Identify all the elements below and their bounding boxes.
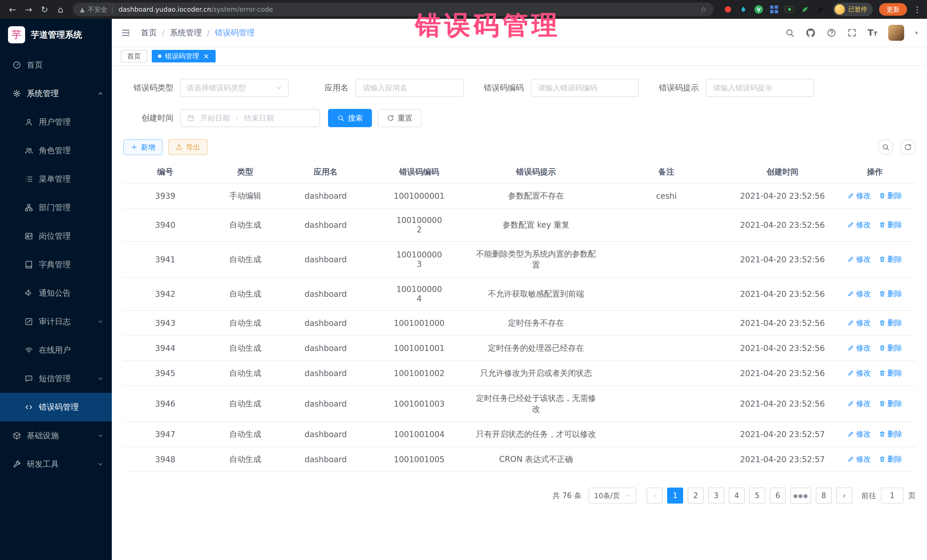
delete-link[interactable]: 删除 [879,368,902,378]
switch-extension-icon[interactable] [784,4,795,15]
goto-page-input[interactable] [881,487,904,504]
edit-link[interactable]: 修改 [847,220,871,230]
help-icon[interactable] [827,28,836,38]
delete-link[interactable]: 删除 [879,220,902,230]
bookmark-star-icon[interactable]: ☆ [700,5,707,14]
home-icon[interactable]: ⌂ [54,3,67,16]
column-header-app: 应用名 [283,161,368,183]
delete-link[interactable]: 删除 [879,191,902,201]
tree-icon [24,203,33,212]
sidebar-item-menu[interactable]: 菜单管理 [0,165,112,193]
page-size-select[interactable]: 10条/页 [588,487,636,504]
page-8-button[interactable]: 8 [816,487,832,504]
sidebar-item-error-code[interactable]: 错误码管理 [0,393,112,422]
delete-link[interactable]: 删除 [879,318,902,328]
table-row: 3940自动生成dashboard100100000 2参数配置 key 重复2… [123,208,916,241]
refresh-table-button[interactable] [900,140,916,155]
sidebar-item-sms[interactable]: 短信管理 [0,364,112,393]
edit-link[interactable]: 修改 [847,454,871,464]
vpn-extension-icon[interactable]: V [754,4,764,15]
page-more-button[interactable]: ●●● [790,487,811,504]
sidebar-item-devtool[interactable]: 研发工具 [0,450,112,478]
sidebar-item-role[interactable]: 角色管理 [0,136,112,165]
record-extension-icon[interactable] [723,4,733,15]
delete-link[interactable]: 删除 [879,343,902,353]
cell-time: 2021-04-20 23:52:56 [731,311,834,335]
page-5-button[interactable]: 5 [749,487,765,504]
avatar-caret-icon[interactable]: ▾ [915,29,918,36]
edit-link[interactable]: 修改 [847,368,871,378]
search-button[interactable]: 搜索 [328,109,372,127]
cell-type: 自动生成 [207,311,283,335]
url-domain: dashboard.yudao.iocoder.cn [119,6,211,13]
grid-extension-icon[interactable] [769,4,779,15]
edit-link[interactable]: 修改 [847,318,871,328]
logo[interactable]: 芋 芋道管理系统 [0,19,112,51]
github-icon[interactable] [805,28,816,38]
user-avatar[interactable] [888,25,904,41]
edit-link[interactable]: 修改 [847,399,871,408]
page-3-button[interactable]: 3 [708,487,724,504]
error-hint-input[interactable] [706,79,814,97]
delete-link[interactable]: 删除 [879,399,902,408]
toggle-search-button[interactable] [878,140,894,155]
error-code-input[interactable] [530,79,639,97]
sidebar-item-online-user[interactable]: 在线用户 [0,336,112,364]
sidebar-item-user[interactable]: 用户管理 [0,108,112,136]
cell-hint: 定时任务已经处于该状态，无需修改 [470,386,602,422]
delete-link[interactable]: 删除 [879,254,902,264]
app-name-input[interactable] [356,79,464,97]
delete-link[interactable]: 删除 [879,454,902,464]
edit-link[interactable]: 修改 [847,343,871,353]
page-4-button[interactable]: 4 [729,487,745,504]
sidebar-item-dept[interactable]: 部门管理 [0,193,112,222]
breadcrumb-item[interactable]: 系统管理 [170,27,202,38]
active-tab-dot [158,55,161,58]
reload-icon[interactable]: ↻ [38,3,51,16]
edit-link[interactable]: 修改 [847,191,871,201]
cell-id: 3945 [123,361,207,386]
page-1-button[interactable]: 1 [667,487,683,504]
edit-link[interactable]: 修改 [847,289,871,299]
page-2-button[interactable]: 2 [688,487,704,504]
menu-kebab-icon[interactable]: ⋮ [913,5,921,14]
sidebar-item-dict[interactable]: 字典管理 [0,250,112,279]
url-bar[interactable]: ▲ 不安全 | dashboard.yudao.iocoder.cn/syste… [73,3,714,16]
sidebar-item-post[interactable]: 岗位管理 [0,222,112,250]
tab-home[interactable]: 首页 [121,50,147,62]
next-page-button[interactable]: › [836,487,852,504]
page-6-button[interactable]: 6 [770,487,786,504]
update-button[interactable]: 更新 [879,3,907,16]
sidebar-item-audit-log[interactable]: 审计日志 [0,307,112,336]
fullscreen-icon[interactable] [847,28,857,38]
close-icon[interactable]: × [203,52,209,60]
cell-app: dashboard [283,422,368,447]
delete-link[interactable]: 删除 [879,289,902,299]
font-size-icon[interactable]: TT [868,29,877,37]
sidebar-item-system[interactable]: 系统管理 [0,79,112,108]
breadcrumb-item[interactable]: 首页 [141,27,157,38]
leaf-extension-icon[interactable] [800,4,810,15]
reset-button[interactable]: 重置 [378,109,422,127]
forward-icon[interactable]: → [22,3,35,16]
sidebar-fold-icon[interactable] [121,28,131,38]
back-icon[interactable]: ← [6,3,20,16]
add-button[interactable]: 新增 [123,139,163,155]
export-button[interactable]: 导出 [168,139,208,155]
prev-page-button[interactable]: ‹ [647,487,663,504]
date-range-picker[interactable]: 开始日期 - 结束日期 [180,109,320,127]
profile-chip[interactable]: 已暂停 [833,3,873,16]
colorpick-extension-icon[interactable] [738,4,748,15]
cell-type: 自动生成 [207,422,283,447]
cell-time: 2021-04-20 23:52:57 [731,447,834,472]
sidebar-item-home[interactable]: 首页 [0,51,112,79]
search-icon[interactable] [785,28,795,38]
error-type-select[interactable]: 请选择错误码类型 [180,79,289,97]
edit-link[interactable]: 修改 [847,429,871,439]
pushpin-icon[interactable] [815,4,825,15]
tab-error-code[interactable]: 错误码管理 × [152,50,216,62]
sidebar-item-infra[interactable]: 基础设施 [0,422,112,450]
sidebar-item-notice[interactable]: 通知公告 [0,279,112,307]
delete-link[interactable]: 删除 [879,429,902,439]
edit-link[interactable]: 修改 [847,254,871,264]
